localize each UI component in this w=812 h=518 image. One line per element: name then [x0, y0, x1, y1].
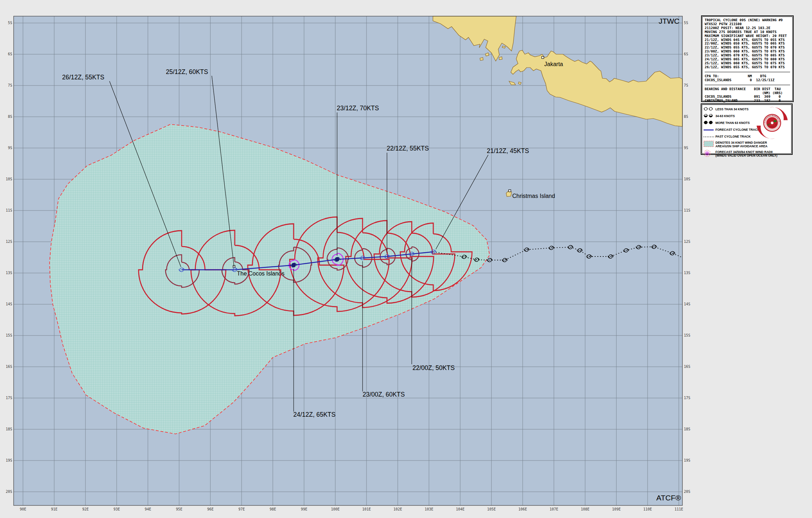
islet [518, 82, 521, 84]
lat-tick-label-left: 16S [6, 365, 12, 369]
lon-tick-label: 98E [270, 507, 276, 511]
lat-tick-label-left: 18S [6, 427, 12, 431]
bearing-text-line: CHRISTMAS_ISLAND 233 182 0 [705, 99, 793, 103]
lon-tick-label: 111E [675, 507, 683, 511]
lon-tick-label: 106E [518, 507, 527, 511]
forecast-point-label: 23/12Z, 70KTS [337, 105, 379, 112]
lat-tick-label-right: 10S [684, 177, 690, 181]
bearing-block: BEARING AND DISTANCE DIR DIST TAU (NM) (… [705, 87, 793, 103]
legend-item-label: PAST CYCLONE TRACK [715, 135, 751, 139]
lon-tick-label: 109E [612, 507, 621, 511]
legend-item-label: FORECAST 34/50/64 KNOT WIND RADII (WINDS… [715, 151, 777, 157]
lat-tick-label-right: 18S [684, 427, 690, 431]
logo-center-dot [771, 121, 773, 124]
lon-tick-label: 105E [487, 507, 496, 511]
atcf-watermark: ATCF® [656, 494, 681, 502]
forecast-point-label: 23/00Z, 60KTS [363, 391, 405, 398]
place-marker [542, 56, 544, 59]
lat-tick-label-left: 17S [6, 396, 12, 400]
forecast-point-label: 21/12Z, 45KTS [487, 147, 529, 154]
lat-tick-label-left: 13S [6, 271, 12, 275]
lon-tick-label: 90E [20, 507, 26, 511]
lon-tick-label: 94E [145, 507, 151, 511]
lat-tick-label-right: 14S [684, 302, 690, 306]
map-canvas: JakartaChristmas IslandThe Cocos Islands… [0, 0, 812, 518]
lon-tick-label: 103E [425, 507, 433, 511]
lon-tick-label: 100E [331, 507, 340, 511]
lat-tick-label-right: 8S [684, 115, 688, 119]
lat-tick-label-right: 5S [684, 21, 688, 25]
place-label: Jakarta [544, 61, 563, 67]
cpa-block: CPA TO: NM DTGCOCOS_ISLANDS 0 12/25/11Z [705, 74, 793, 82]
lon-tick-label: 108E [581, 507, 589, 511]
lon-tick-label: 95E [176, 507, 182, 511]
lon-tick-label: 92E [82, 507, 89, 511]
place-label: The Cocos Islands [237, 270, 285, 277]
lat-tick-label-right: 15S [684, 333, 690, 337]
circles-filled-icon [703, 120, 715, 126]
lon-tick-label: 107E [550, 507, 558, 511]
lon-tick-label: 102E [393, 507, 402, 511]
lon-tick-label: 101E [362, 507, 371, 511]
islet [499, 57, 502, 60]
lat-tick-label-left: 19S [6, 458, 12, 462]
radii-rings-icon [703, 149, 715, 159]
islet [480, 57, 483, 60]
lat-tick-label-left: 6S [8, 52, 12, 56]
lat-tick-label-right: 17S [684, 396, 690, 400]
legend-box: LESS THAN 34 KNOTS 34-63 KNOTS MORE THAN… [701, 103, 793, 155]
lat-tick-label-left: 14S [6, 302, 12, 306]
lat-tick-label-left: 8S [8, 115, 12, 119]
jtwc-watermark: JTWC [659, 17, 680, 25]
lon-tick-label: 91E [51, 507, 57, 511]
legend-item-label: FORECAST CYCLONE TRACK [715, 128, 760, 132]
legend-item-label: LESS THAN 34 KNOTS [715, 108, 748, 111]
circles-open-icon [703, 106, 715, 113]
lat-tick-label-left: 7S [8, 83, 12, 87]
lat-tick-label-right: 12S [684, 240, 690, 244]
lat-tick-label-left: 5S [8, 21, 12, 25]
place-marker [509, 190, 511, 192]
circles-half-icon [703, 113, 715, 120]
forecast-point-label: 22/12Z, 55KTS [387, 145, 429, 152]
legend-item-label: 34-63 KNOTS [715, 115, 735, 118]
lon-tick-label: 93E [113, 507, 120, 511]
lat-tick-label-right: 19S [684, 458, 690, 462]
lat-tick-label-right: 13S [684, 271, 690, 275]
lon-tick-label: 99E [301, 507, 307, 511]
lat-tick-label-right: 20S [684, 490, 690, 494]
lat-tick-label-right: 11S [684, 208, 690, 212]
lon-tick-label: 110E [643, 507, 652, 511]
legend-item: FORECAST 34/50/64 KNOT WIND RADII (WINDS… [703, 149, 792, 159]
lat-tick-label-right: 7S [684, 83, 688, 87]
danger-swatch-icon [703, 140, 715, 149]
forecast-point-label: 22/00Z, 50KTS [412, 364, 455, 371]
forecast-point-label: 25/12Z, 60KTS [166, 68, 208, 75]
lat-tick-label-left: 9S [8, 146, 12, 150]
lon-tick-label: 96E [207, 507, 214, 511]
lon-tick-label: 104E [456, 507, 465, 511]
lat-tick-label-right: 6S [684, 52, 688, 56]
forecast-point-label: 26/12Z, 55KTS [62, 74, 104, 81]
bearing-text-line: BEARING AND DISTANCE DIR DIST TAU [705, 87, 793, 91]
lat-tick-label-left: 10S [6, 177, 12, 181]
lat-tick-label-left: 20S [6, 490, 12, 494]
warning-text-line: 26/12Z, WINDS 055 KTS, GUSTS TO 070 KTS [705, 65, 793, 69]
past-line-icon [703, 134, 715, 140]
lat-tick-label-left: 12S [6, 240, 12, 244]
lat-tick-label-right: 16S [684, 365, 690, 369]
legend-item-label: MORE THAN 63 KNOTS [715, 121, 750, 125]
divider [705, 85, 790, 85]
lat-tick-label-left: 15S [6, 333, 12, 337]
lat-tick-label-right: 9S [684, 146, 688, 150]
divider [705, 72, 790, 72]
warning-info-box: TROPICAL CYCLONE 09S (NINE) WARNING #9WT… [701, 15, 794, 102]
place-label: Christmas Island [512, 193, 555, 199]
forecast-point-label: 24/12Z, 65KTS [293, 411, 336, 418]
warning-text-line: MOVING 275 DEGREES TRUE AT 10 KNOTS [705, 30, 793, 34]
tropical-cyclone-warning-graphic: JakartaChristmas IslandThe Cocos Islands… [0, 0, 812, 518]
jtwc-logo: JOINT TYPHOON WARNING CENTER PEARL HARBO… [754, 105, 790, 143]
warning-text-block: TROPICAL CYCLONE 09S (NINE) WARNING #9WT… [705, 18, 793, 69]
cpa-text-line: COCOS_ISLANDS 0 12/25/11Z [705, 78, 793, 82]
forecast-line-icon [703, 127, 715, 133]
